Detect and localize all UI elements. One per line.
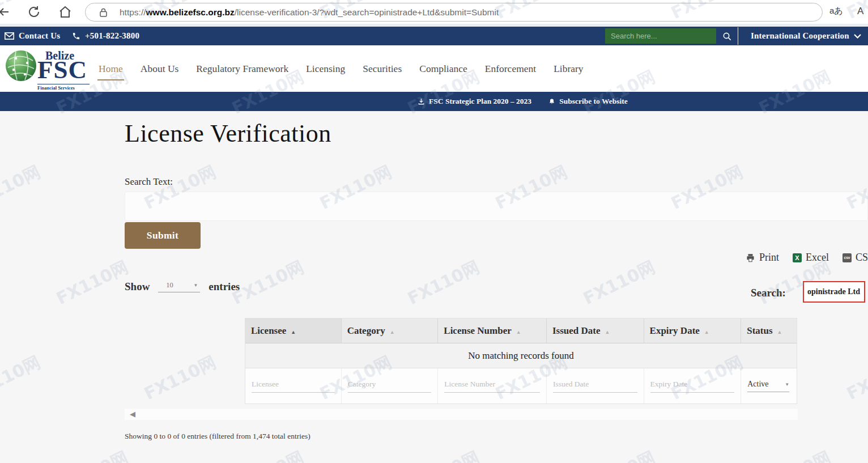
table-info-text: Showing 0 to 0 of 0 entries (filtered fr… [125, 432, 310, 441]
filter-cell-expiry-date [644, 368, 742, 403]
screen: https://www.belizefsc.org.bz/license-ver… [0, 0, 868, 463]
show-label: Show [125, 281, 150, 293]
main-content: License Verification Search Text: Submit… [0, 111, 868, 463]
empty-table-message: No matching records found [245, 343, 797, 368]
phone-link[interactable]: +501-822-3800 [72, 27, 139, 45]
page-title: License Verification [125, 119, 331, 148]
search-icon [722, 32, 731, 41]
contact-us-label: Contact Us [19, 31, 60, 41]
url-domain: www.belizefsc.org.bz [146, 7, 235, 17]
column-label: Licensee [251, 325, 286, 337]
address-bar[interactable]: https://www.belizefsc.org.bz/license-ver… [85, 3, 823, 22]
entries-label: entries [209, 281, 240, 293]
column-label: Status [747, 325, 772, 337]
nav-item-compliance[interactable]: Compliance [419, 63, 467, 75]
csv-button[interactable]: csv CSV [843, 252, 868, 264]
download-icon [418, 98, 425, 105]
column-header-issued-date[interactable]: Issued Date [547, 318, 644, 343]
nav-item-enforcement[interactable]: Enforcement [485, 63, 536, 75]
column-header-expiry-date[interactable]: Expiry Date [644, 318, 742, 343]
site-search-input[interactable] [605, 28, 716, 44]
column-header-licensee[interactable]: Licensee [245, 318, 342, 343]
sort-asc-icon [777, 325, 782, 337]
read-aloud-icon[interactable]: A [857, 6, 863, 17]
browser-chrome: https://www.belizefsc.org.bz/license-ver… [0, 0, 868, 24]
submit-button[interactable]: Submit [125, 222, 201, 249]
filter-license-number-input[interactable] [444, 380, 540, 393]
column-header-status[interactable]: Status [741, 318, 797, 343]
site-header: Belize FSC Financial Services Commission… [0, 45, 868, 92]
search-text-label: Search Text: [125, 176, 173, 188]
international-cooperation-menu[interactable]: International Cooperation [751, 27, 861, 45]
filter-expiry-date-input[interactable] [650, 380, 735, 393]
sort-asc-icon [390, 325, 395, 337]
translate-icon[interactable]: aあ [829, 6, 843, 16]
entries-select[interactable]: 10 [158, 281, 200, 292]
nav-item-licensing[interactable]: Licensing [306, 63, 345, 75]
excel-label: Excel [806, 252, 829, 264]
nav-item-library[interactable]: Library [554, 63, 583, 75]
strategic-plan-label: FSC Strategic Plan 2020 – 2023 [429, 97, 531, 106]
sort-asc-icon [704, 325, 709, 337]
csv-icon: csv [843, 253, 852, 262]
url-scheme: https:// [120, 7, 146, 17]
status-filter-value: Active [747, 380, 768, 389]
table-search-label: Search: [751, 287, 786, 299]
phone-label: +501-822-3800 [85, 31, 139, 41]
nav-item-about-us[interactable]: About Us [141, 63, 179, 75]
sort-asc-icon [291, 325, 296, 337]
globe-icon [5, 49, 37, 82]
table-filter-row: Active [245, 368, 797, 403]
back-icon[interactable] [0, 5, 11, 19]
sort-asc-icon [605, 325, 610, 337]
filter-cell-status: Active [741, 368, 797, 403]
print-label: Print [759, 252, 779, 264]
filter-category-input[interactable] [348, 380, 432, 393]
strategic-plan-link[interactable]: FSC Strategic Plan 2020 – 2023 [418, 97, 531, 106]
filter-licensee-input[interactable] [252, 380, 335, 393]
column-label: Expiry Date [650, 325, 700, 337]
filter-cell-licensee [245, 368, 342, 403]
announcement-bar: FSC Strategic Plan 2020 – 2023 Subscribe… [0, 92, 868, 111]
home-icon[interactable] [58, 5, 72, 19]
status-filter-select[interactable]: Active [747, 380, 789, 392]
chevron-down-icon [854, 34, 861, 39]
bell-icon [548, 98, 555, 105]
print-button[interactable]: Print [746, 252, 779, 264]
printer-icon [746, 253, 755, 262]
contact-us-link[interactable]: Contact Us [5, 27, 60, 45]
entries-select-value: 10 [166, 281, 173, 290]
column-label: Issued Date [552, 325, 601, 337]
column-label: License Number [444, 325, 511, 337]
table-search-input[interactable] [803, 281, 865, 303]
filter-cell-issued-date [547, 368, 644, 403]
csv-label: CSV [856, 252, 868, 264]
logo-fsc-text: FSC [37, 57, 87, 83]
export-toolbar: Print X Excel csv CSV [746, 252, 868, 264]
url-path: /license-verification-3/?wdt_search=opin… [235, 7, 499, 17]
international-cooperation-label: International Cooperation [751, 31, 849, 41]
column-header-category[interactable]: Category [342, 318, 439, 343]
excel-button[interactable]: X Excel [793, 252, 829, 264]
scroll-left-icon[interactable] [130, 410, 135, 419]
table-horizontal-scrollbar[interactable] [125, 409, 798, 420]
envelope-icon [5, 32, 14, 40]
subscribe-link[interactable]: Subscribe to Website [548, 97, 628, 106]
site-search-button[interactable] [716, 27, 737, 45]
subscribe-label: Subscribe to Website [559, 97, 628, 106]
table-header-row: Licensee Category License Number Issued … [245, 318, 797, 343]
nav-item-securities[interactable]: Securities [363, 63, 402, 75]
topbar-divider [738, 27, 738, 45]
refresh-icon[interactable] [27, 5, 41, 19]
nav-item-regulatory-framework[interactable]: Regulatory Framework [196, 63, 288, 75]
column-header-license-number[interactable]: License Number [438, 318, 547, 343]
filter-issued-date-input[interactable] [553, 380, 637, 393]
search-text-input[interactable] [125, 192, 868, 221]
entries-length-control: Show 10 entries [125, 281, 240, 293]
phone-icon [72, 32, 80, 40]
excel-icon: X [793, 253, 802, 262]
fsc-logo[interactable]: Belize FSC Financial Services Commission [5, 48, 90, 90]
column-label: Category [347, 325, 385, 337]
license-table: Licensee Category License Number Issued … [245, 318, 797, 404]
nav-item-home[interactable]: Home [99, 63, 123, 75]
